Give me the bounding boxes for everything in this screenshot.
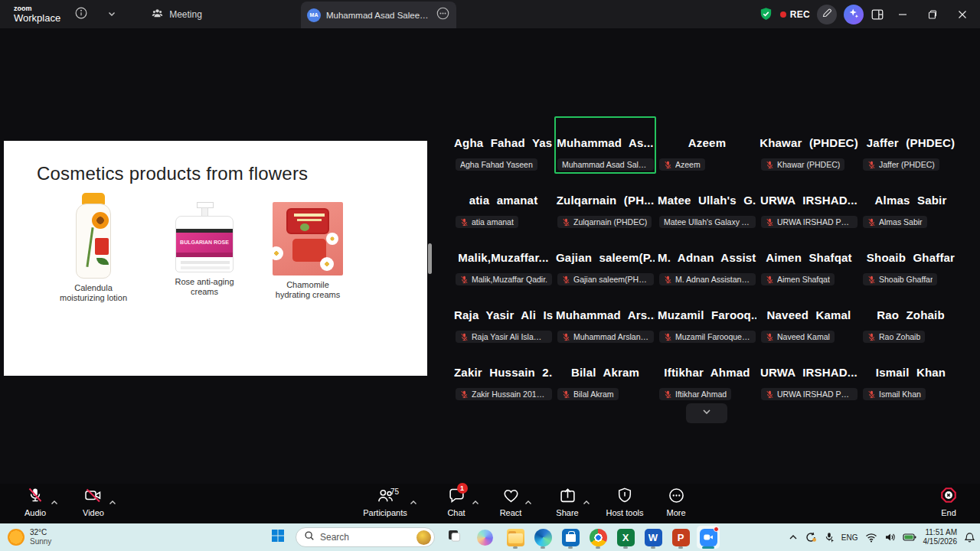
share-button[interactable]: Share: [538, 487, 596, 517]
tab-screen-share[interactable]: MA Muhammad Asad Saleem's screen: [301, 2, 456, 28]
participant-label-pill: M. Adnan Assistant Chi...: [659, 273, 756, 285]
chat-button[interactable]: 1 Chat: [427, 487, 485, 517]
participant-name: Iftikhar Ahmad: [658, 366, 756, 379]
participant-tile[interactable]: AzeemAzeem: [656, 116, 758, 174]
mic-muted-icon: [766, 218, 774, 227]
participant-tile[interactable]: atia amanatatia amanat: [452, 174, 554, 231]
participant-tile[interactable]: Rao ZohaibRao Zohaib: [860, 289, 962, 346]
start-button[interactable]: [268, 527, 288, 547]
recording-indicator[interactable]: REC: [780, 9, 810, 20]
participant-label: Jaffer (PHDEC): [879, 160, 935, 169]
mic-muted-icon: [867, 276, 876, 284]
share-options-chevron[interactable]: [583, 495, 590, 509]
participant-tile[interactable]: Malik,Muzaffar...Malik,Muzaffar Qadir.: [452, 231, 554, 289]
chat-options-chevron[interactable]: [472, 495, 479, 509]
tray-hidden-icons-chevron[interactable]: [789, 533, 798, 541]
participant-tile[interactable]: Jaffer (PHDEC)Jaffer (PHDEC): [860, 116, 962, 174]
react-button[interactable]: React: [482, 487, 540, 517]
gallery-next-page-button[interactable]: [686, 403, 727, 423]
powerpoint-icon: P: [672, 529, 690, 546]
edge-taskbar-icon[interactable]: [531, 526, 554, 549]
taskbar-clock[interactable]: 11:51 AM 4/15/2026: [923, 528, 958, 546]
security-shield-icon[interactable]: [759, 7, 773, 21]
shared-screen-scrollbar[interactable]: [428, 243, 432, 274]
notification-dot: [714, 527, 719, 532]
taskbar-search-input[interactable]: Search: [296, 527, 435, 547]
participant-label-pill: Raja Yasir Ali Islamabad: [456, 331, 552, 343]
participant-name: Jaffer (PHDEC): [861, 136, 960, 149]
video-options-chevron[interactable]: [109, 495, 116, 509]
react-options-chevron[interactable]: [524, 495, 532, 509]
participant-name: Muzamil Farooq...: [658, 308, 756, 321]
participant-tile[interactable]: Shoaib GhaffarShoaib Ghaffar: [860, 231, 962, 289]
product-caption: Calendula moisturizing lotion: [59, 283, 128, 303]
notification-bell-icon[interactable]: [964, 532, 975, 543]
update-sync-icon[interactable]: [805, 531, 817, 543]
maximize-button[interactable]: [921, 3, 944, 26]
chrome-taskbar-icon[interactable]: [586, 526, 609, 549]
task-view-button[interactable]: [443, 526, 466, 549]
meeting-toolbar: Audio Video 75 Participant: [0, 484, 980, 523]
participant-tile[interactable]: Bilal AkramBilal Akram: [554, 346, 656, 403]
host-tools-button[interactable]: Host tools: [596, 487, 654, 517]
titlebar-dropdown-button[interactable]: [102, 5, 122, 24]
participant-tile[interactable]: Agha Fahad Yas...Agha Fahad Yaseen: [452, 116, 554, 174]
tab-meeting[interactable]: Meeting: [142, 0, 211, 28]
battery-icon[interactable]: [903, 533, 916, 542]
annotate-button[interactable]: [817, 5, 837, 24]
audio-button[interactable]: Audio: [6, 487, 64, 517]
recording-label: REC: [790, 9, 810, 20]
tab-options-icon[interactable]: [436, 6, 450, 24]
minimize-button[interactable]: [891, 3, 914, 26]
participant-label: Muhammad Asad Saleem: [562, 160, 649, 169]
copilot-button[interactable]: [473, 526, 496, 549]
windows-logo-icon: [271, 529, 285, 546]
participant-tile[interactable]: Ismail KhanIsmail Khan: [860, 346, 962, 403]
participant-tile[interactable]: Khawar (PHDEC)Khawar (PHDEC): [758, 116, 860, 174]
participant-label-pill: Almas Sabir: [863, 216, 927, 228]
microsoft-store-taskbar-icon[interactable]: [559, 526, 582, 549]
participant-tile[interactable]: Naveed KamalNaveed Kamal: [758, 289, 860, 346]
participant-tile[interactable]: Muhammad Ars...Muhammad Arslan Kh...: [554, 289, 656, 346]
taskbar-weather-widget[interactable]: 32°C Sunny: [8, 528, 51, 546]
word-taskbar-icon[interactable]: W: [642, 526, 665, 549]
video-button[interactable]: Video: [64, 487, 122, 517]
participant-tile[interactable]: Almas SabirAlmas Sabir: [860, 174, 962, 231]
powerpoint-taskbar-icon[interactable]: P: [669, 526, 692, 549]
file-explorer-taskbar-icon[interactable]: [504, 526, 527, 549]
participant-tile[interactable]: Muzamil Farooq...Muzamil Farooque (PH...: [656, 289, 758, 346]
close-button[interactable]: [951, 3, 974, 26]
end-meeting-button[interactable]: End: [920, 487, 978, 517]
view-layout-icon[interactable]: [871, 8, 884, 21]
participants-button[interactable]: 75 Participants: [356, 487, 414, 517]
ai-companion-button[interactable]: [844, 5, 864, 24]
participant-label: URWA IRSHAD PHD S...: [777, 217, 853, 227]
zoom-taskbar-icon[interactable]: [697, 526, 720, 549]
participant-tile[interactable]: Iftikhar AhmadIftikhar Ahmad: [656, 346, 758, 403]
participant-label-pill: Matee Ullah's Galaxy A31: [659, 216, 756, 228]
tray-mic-icon[interactable]: [824, 532, 835, 543]
wifi-icon[interactable]: [865, 533, 877, 543]
participant-tile[interactable]: Zakir Hussain 2...Zakir Hussain 2018-ag.…: [452, 346, 554, 403]
participant-label-pill: Iftikhar Ahmad: [659, 388, 731, 400]
ai-sparkle-icon: [848, 7, 860, 22]
participant-tile[interactable]: Matee Ullah's G...Matee Ullah's Galaxy A…: [656, 174, 758, 231]
file-explorer-icon: [507, 529, 524, 546]
excel-taskbar-icon[interactable]: X: [614, 526, 637, 549]
more-button[interactable]: More: [647, 487, 705, 517]
participants-options-chevron[interactable]: [410, 495, 417, 509]
participant-tile[interactable]: Zulqarnain (PH...Zulqarnain (PHDEC): [554, 174, 656, 231]
mic-muted-icon: [460, 333, 469, 341]
participant-tile-active-speaker[interactable]: Muhammad As...Muhammad Asad Saleem: [554, 116, 656, 174]
language-indicator[interactable]: ENG: [841, 533, 858, 542]
participant-tile[interactable]: URWA IRSHAD...URWA IRSHAD PHD S...: [758, 174, 860, 231]
audio-options-chevron[interactable]: [51, 495, 58, 509]
participant-tile[interactable]: URWA IRSHAD...URWA IRSHAD PHD S...: [758, 346, 860, 403]
participant-tile[interactable]: Raja Yasir Ali Isl...Raja Yasir Ali Isla…: [452, 289, 554, 346]
chrome-icon: [590, 529, 607, 546]
participant-tile[interactable]: Aimen ShafqatAimen Shafqat: [758, 231, 860, 289]
participant-tile[interactable]: Gajian saleem(P...Gajian saleem(PHDEC): [554, 231, 656, 289]
volume-icon[interactable]: [884, 532, 896, 543]
meeting-info-button[interactable]: [71, 5, 91, 24]
participant-tile[interactable]: M. Adnan Assist...M. Adnan Assistant Chi…: [656, 231, 758, 289]
